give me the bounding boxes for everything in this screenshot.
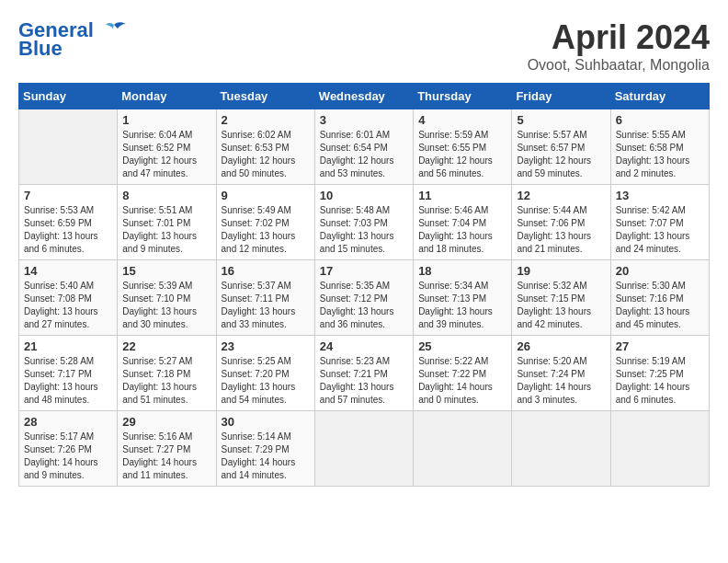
day-number: 6 (616, 113, 704, 127)
day-info: Sunrise: 5:40 AMSunset: 7:08 PMDaylight:… (24, 280, 112, 331)
calendar-day-cell: 4Sunrise: 5:59 AMSunset: 6:55 PMDaylight… (414, 109, 512, 185)
page-header: General Blue April 2024 Ovoot, Suhbaatar… (18, 18, 710, 74)
calendar-day-cell: 18Sunrise: 5:34 AMSunset: 7:13 PMDayligh… (414, 260, 512, 336)
calendar-day-cell: 29Sunrise: 5:16 AMSunset: 7:27 PMDayligh… (118, 411, 216, 487)
day-number: 16 (222, 264, 310, 278)
calendar-day-cell: 16Sunrise: 5:37 AMSunset: 7:11 PMDayligh… (216, 260, 314, 336)
day-info: Sunrise: 5:25 AMSunset: 7:20 PMDaylight:… (222, 355, 310, 407)
day-number: 14 (24, 264, 112, 278)
day-number: 18 (418, 264, 506, 278)
day-info: Sunrise: 5:49 AMSunset: 7:02 PMDaylight:… (222, 204, 310, 256)
day-info: Sunrise: 5:28 AMSunset: 7:17 PMDaylight:… (24, 355, 112, 407)
day-number: 28 (24, 415, 112, 429)
calendar-week-row: 28Sunrise: 5:17 AMSunset: 7:26 PMDayligh… (19, 411, 710, 487)
calendar-day-cell: 12Sunrise: 5:44 AMSunset: 7:06 PMDayligh… (512, 185, 610, 260)
calendar-day-cell: 14Sunrise: 5:40 AMSunset: 7:08 PMDayligh… (19, 260, 118, 336)
day-number: 21 (24, 339, 112, 353)
calendar-day-cell: 3Sunrise: 6:01 AMSunset: 6:54 PMDaylight… (314, 109, 413, 185)
title-block: April 2024 Ovoot, Suhbaatar, Mongolia (528, 18, 710, 74)
day-info: Sunrise: 5:32 AMSunset: 7:15 PMDaylight:… (517, 280, 605, 331)
day-info: Sunrise: 5:39 AMSunset: 7:10 PMDaylight:… (122, 280, 210, 331)
day-info: Sunrise: 5:19 AMSunset: 7:25 PMDaylight:… (616, 355, 704, 407)
calendar-day-cell: 30Sunrise: 5:14 AMSunset: 7:29 PMDayligh… (216, 411, 314, 487)
day-number: 22 (122, 339, 210, 353)
calendar-day-cell (314, 411, 413, 487)
calendar-day-cell: 7Sunrise: 5:53 AMSunset: 6:59 PMDaylight… (19, 185, 118, 260)
day-number: 3 (320, 113, 408, 127)
calendar-day-cell: 5Sunrise: 5:57 AMSunset: 6:57 PMDaylight… (512, 109, 610, 185)
day-number: 29 (122, 415, 210, 429)
calendar-day-cell: 26Sunrise: 5:20 AMSunset: 7:24 PMDayligh… (512, 336, 610, 411)
calendar-day-cell: 8Sunrise: 5:51 AMSunset: 7:01 PMDaylight… (118, 185, 216, 260)
day-number: 4 (418, 113, 506, 127)
calendar-table: SundayMondayTuesdayWednesdayThursdayFrid… (18, 83, 710, 487)
day-info: Sunrise: 5:17 AMSunset: 7:26 PMDaylight:… (24, 431, 112, 482)
month-title: April 2024 (528, 18, 710, 57)
day-number: 1 (122, 113, 210, 127)
calendar-day-cell: 9Sunrise: 5:49 AMSunset: 7:02 PMDaylight… (216, 185, 314, 260)
calendar-day-cell: 2Sunrise: 6:02 AMSunset: 6:53 PMDaylight… (216, 109, 314, 185)
day-number: 13 (616, 189, 704, 202)
calendar-day-cell: 13Sunrise: 5:42 AMSunset: 7:07 PMDayligh… (610, 185, 709, 260)
calendar-week-row: 1Sunrise: 6:04 AMSunset: 6:52 PMDaylight… (19, 109, 710, 185)
day-info: Sunrise: 5:14 AMSunset: 7:29 PMDaylight:… (222, 431, 310, 482)
calendar-day-cell: 22Sunrise: 5:27 AMSunset: 7:18 PMDayligh… (118, 336, 216, 411)
day-number: 25 (418, 339, 506, 353)
calendar-day-cell: 11Sunrise: 5:46 AMSunset: 7:04 PMDayligh… (414, 185, 512, 260)
calendar-day-cell: 25Sunrise: 5:22 AMSunset: 7:22 PMDayligh… (414, 336, 512, 411)
calendar-day-cell (512, 411, 610, 487)
logo-bird-icon (101, 21, 127, 41)
calendar-day-cell: 28Sunrise: 5:17 AMSunset: 7:26 PMDayligh… (19, 411, 118, 487)
day-info: Sunrise: 5:35 AMSunset: 7:12 PMDaylight:… (320, 280, 408, 331)
day-info: Sunrise: 5:20 AMSunset: 7:24 PMDaylight:… (517, 355, 605, 407)
day-info: Sunrise: 5:30 AMSunset: 7:16 PMDaylight:… (616, 280, 704, 331)
day-number: 7 (24, 189, 112, 202)
weekday-header: Wednesday (314, 84, 413, 109)
location: Ovoot, Suhbaatar, Mongolia (528, 57, 710, 74)
day-info: Sunrise: 5:57 AMSunset: 6:57 PMDaylight:… (517, 129, 605, 180)
day-number: 17 (320, 264, 408, 278)
weekday-header: Saturday (610, 84, 709, 109)
logo: General Blue (18, 18, 127, 59)
day-info: Sunrise: 5:42 AMSunset: 7:07 PMDaylight:… (616, 204, 704, 256)
calendar-day-cell: 27Sunrise: 5:19 AMSunset: 7:25 PMDayligh… (610, 336, 709, 411)
day-number: 12 (517, 189, 605, 202)
day-info: Sunrise: 5:48 AMSunset: 7:03 PMDaylight:… (320, 204, 408, 256)
day-number: 10 (320, 189, 408, 202)
day-number: 30 (222, 415, 310, 429)
day-info: Sunrise: 5:22 AMSunset: 7:22 PMDaylight:… (418, 355, 506, 407)
calendar-day-cell: 23Sunrise: 5:25 AMSunset: 7:20 PMDayligh… (216, 336, 314, 411)
calendar-day-cell: 21Sunrise: 5:28 AMSunset: 7:17 PMDayligh… (19, 336, 118, 411)
day-info: Sunrise: 5:37 AMSunset: 7:11 PMDaylight:… (222, 280, 310, 331)
day-number: 27 (616, 339, 704, 353)
calendar-day-cell: 6Sunrise: 5:55 AMSunset: 6:58 PMDaylight… (610, 109, 709, 185)
calendar-week-row: 14Sunrise: 5:40 AMSunset: 7:08 PMDayligh… (19, 260, 710, 336)
day-info: Sunrise: 5:34 AMSunset: 7:13 PMDaylight:… (418, 280, 506, 331)
day-number: 24 (320, 339, 408, 353)
calendar-week-row: 21Sunrise: 5:28 AMSunset: 7:17 PMDayligh… (19, 336, 710, 411)
weekday-header: Tuesday (216, 84, 314, 109)
day-info: Sunrise: 5:16 AMSunset: 7:27 PMDaylight:… (122, 431, 210, 482)
day-number: 26 (517, 339, 605, 353)
weekday-header: Sunday (19, 84, 118, 109)
calendar-day-cell (414, 411, 512, 487)
day-info: Sunrise: 6:01 AMSunset: 6:54 PMDaylight:… (320, 129, 408, 180)
calendar-day-cell: 10Sunrise: 5:48 AMSunset: 7:03 PMDayligh… (314, 185, 413, 260)
day-number: 5 (517, 113, 605, 127)
day-number: 2 (222, 113, 310, 127)
day-info: Sunrise: 5:46 AMSunset: 7:04 PMDaylight:… (418, 204, 506, 256)
calendar-day-cell: 19Sunrise: 5:32 AMSunset: 7:15 PMDayligh… (512, 260, 610, 336)
calendar-day-cell: 15Sunrise: 5:39 AMSunset: 7:10 PMDayligh… (118, 260, 216, 336)
day-info: Sunrise: 5:53 AMSunset: 6:59 PMDaylight:… (24, 204, 112, 256)
calendar-day-cell: 20Sunrise: 5:30 AMSunset: 7:16 PMDayligh… (610, 260, 709, 336)
weekday-header: Thursday (414, 84, 512, 109)
day-number: 19 (517, 264, 605, 278)
day-info: Sunrise: 6:02 AMSunset: 6:53 PMDaylight:… (222, 129, 310, 180)
day-number: 20 (616, 264, 704, 278)
day-info: Sunrise: 5:44 AMSunset: 7:06 PMDaylight:… (517, 204, 605, 256)
calendar-day-cell (610, 411, 709, 487)
day-info: Sunrise: 5:55 AMSunset: 6:58 PMDaylight:… (616, 129, 704, 180)
day-number: 23 (222, 339, 310, 353)
calendar-day-cell: 1Sunrise: 6:04 AMSunset: 6:52 PMDaylight… (118, 109, 216, 185)
calendar-day-cell: 24Sunrise: 5:23 AMSunset: 7:21 PMDayligh… (314, 336, 413, 411)
